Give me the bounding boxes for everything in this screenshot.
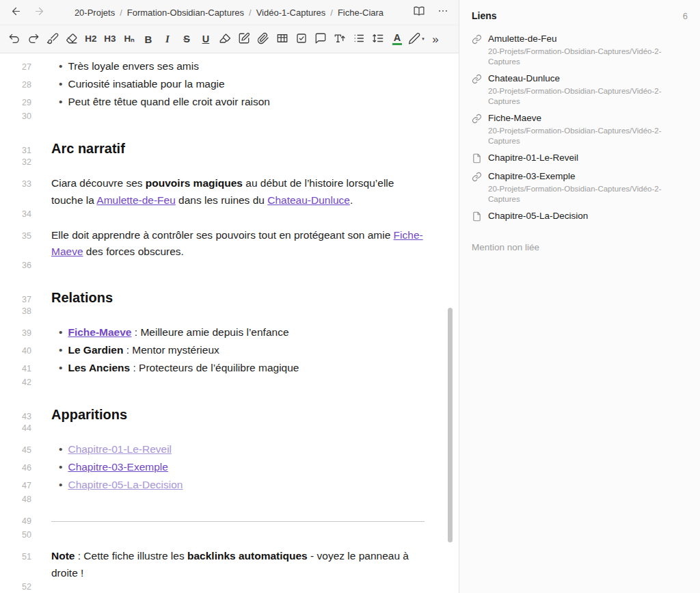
editor-scrollbar[interactable] xyxy=(448,308,453,542)
backlink-name: Chapitre-05-La-Decision xyxy=(488,211,688,222)
strikethrough-button[interactable]: S xyxy=(178,30,195,49)
line-content: •Les Anciens : Protecteurs de l’équilibr… xyxy=(51,360,459,377)
editor-line-43[interactable]: 43Apparitions xyxy=(0,395,459,423)
text-segment: Très loyale envers ses amis xyxy=(68,60,199,72)
heading-3-button[interactable]: H3 xyxy=(102,30,118,49)
table-button[interactable] xyxy=(274,30,291,49)
editor-line-31[interactable]: 31Arc narratif xyxy=(0,129,459,157)
redo-button[interactable] xyxy=(25,30,42,49)
line-number: 33 xyxy=(0,179,31,189)
backlink-path: 20-Projets/Formation-Obsidian-Captures/V… xyxy=(488,184,688,204)
arrow-left-icon xyxy=(10,5,22,20)
backlink-item[interactable]: Chapitre-03-Exemple20-Projets/Formation-… xyxy=(470,168,689,207)
breadcrumb-separator: / xyxy=(120,8,122,18)
editor-line-51[interactable]: 51Note : Cette fiche illustre les backli… xyxy=(0,548,459,582)
line-content: Ciara découvre ses pouvoirs magiques au … xyxy=(51,175,459,209)
more-tools-button[interactable]: » xyxy=(427,30,444,49)
clear-format-button[interactable] xyxy=(64,30,80,49)
checklist-button[interactable] xyxy=(293,30,310,49)
heading-n-button[interactable]: Hₙ xyxy=(121,30,137,49)
horizontal-rule xyxy=(51,521,425,522)
editor-line-28[interactable]: 28•Curiosité insatiable pour la magie xyxy=(0,76,459,94)
list-bullet: • xyxy=(59,461,62,473)
backlink-item[interactable]: Amulette-de-Feu20-Projets/Formation-Obsi… xyxy=(470,30,689,70)
breadcrumb-item[interactable]: 20-Projets xyxy=(75,8,115,18)
editor-line-39[interactable]: 39•Fiche-Maeve : Meilleure amie depuis l… xyxy=(0,324,459,342)
text-segment: Peut être têtue quand elle croit avoir r… xyxy=(68,96,270,107)
forward-button[interactable] xyxy=(31,5,46,20)
internal-link[interactable]: Fiche-Maeve xyxy=(68,326,131,338)
underline-button[interactable]: U xyxy=(198,30,214,49)
italic-button[interactable]: I xyxy=(159,30,176,49)
list-bullet: • xyxy=(59,479,62,490)
editor-line-45[interactable]: 45•Chapitre-01-Le-Reveil xyxy=(0,441,459,459)
backlink-item[interactable]: Fiche-Maeve20-Projets/Formation-Obsidian… xyxy=(470,109,689,149)
ink-pen-button[interactable]: ▾ xyxy=(408,30,425,49)
text-segment: : Protecteurs de l’équilibre magique xyxy=(130,362,299,373)
text-segment: Curiosité insatiable pour la magie xyxy=(68,78,224,90)
breadcrumb-item[interactable]: Formation-Obsidian-Captures xyxy=(127,8,244,18)
backlink-name: Fiche-Maeve xyxy=(488,113,688,124)
editor-line-50[interactable]: 50 xyxy=(0,530,459,548)
pen-icon xyxy=(408,32,420,47)
unlinked-mentions-header[interactable]: Mention non liée xyxy=(470,242,689,252)
editor-line-34[interactable]: 34 xyxy=(0,209,459,227)
editor-line-46[interactable]: 46•Chapitre-03-Exemple xyxy=(0,459,459,477)
editor-line-48[interactable]: 48 xyxy=(0,495,459,512)
editor-line-41[interactable]: 41•Les Anciens : Protecteurs de l’équili… xyxy=(0,360,459,378)
breadcrumb-item[interactable]: Fiche-Ciara xyxy=(338,8,383,18)
reading-view-button[interactable] xyxy=(412,5,427,20)
internal-link[interactable]: Chapitre-03-Exemple xyxy=(68,461,167,473)
comment-button[interactable] xyxy=(312,30,329,49)
line-number: 40 xyxy=(0,346,31,356)
line-content xyxy=(51,521,459,522)
check-square-icon xyxy=(295,32,308,47)
backlink-item[interactable]: Chapitre-01-Le-Reveil xyxy=(470,149,689,168)
internal-link[interactable]: Amulette-de-Feu xyxy=(96,194,175,206)
line-content: Apparitions xyxy=(51,406,459,423)
font-color-button[interactable]: A xyxy=(389,30,405,49)
backlinks-panel: Liens 6 Amulette-de-Feu20-Projets/Format… xyxy=(459,0,700,593)
back-button[interactable] xyxy=(8,5,23,20)
link-icon xyxy=(472,74,483,85)
backlink-item[interactable]: Chateau-Dunluce20-Projets/Formation-Obsi… xyxy=(470,70,689,109)
bold-button[interactable]: B xyxy=(140,30,157,49)
editor-line-32[interactable]: 32 xyxy=(0,157,459,175)
bullet-list-icon xyxy=(353,32,365,47)
editor-line-49[interactable]: 49 xyxy=(0,512,459,530)
editor-line-37[interactable]: 37Relations xyxy=(0,278,459,306)
internal-link[interactable]: Chateau-Dunluce xyxy=(267,194,350,206)
backlink-item[interactable]: Chapitre-05-La-Decision xyxy=(470,207,689,226)
editor-line-40[interactable]: 40•Le Gardien : Mentor mystérieux xyxy=(0,342,459,360)
heading-2-button[interactable]: H2 xyxy=(83,30,99,49)
editor-line-36[interactable]: 36 xyxy=(0,261,459,278)
undo-button[interactable] xyxy=(6,30,23,49)
line-spacing-button[interactable] xyxy=(370,30,386,49)
edit-note-button[interactable] xyxy=(236,30,252,49)
editor-line-47[interactable]: 47•Chapitre-05-La-Decision xyxy=(0,477,459,495)
editor-line-30[interactable]: 30 xyxy=(0,111,459,129)
font-color-button-label: A xyxy=(392,33,402,46)
format-brush-button[interactable] xyxy=(44,30,61,49)
bullet-list-button[interactable] xyxy=(351,30,367,49)
list-bullet: • xyxy=(59,443,62,455)
editor-line-44[interactable]: 44 xyxy=(0,423,459,441)
editor-line-33[interactable]: 33Ciara découvre ses pouvoirs magiques a… xyxy=(0,175,459,209)
editor-line-35[interactable]: 35Elle doit apprendre à contrôler ses po… xyxy=(0,227,459,261)
font-size-button[interactable] xyxy=(332,30,348,49)
editor-line-38[interactable]: 38 xyxy=(0,306,459,324)
line-number: 27 xyxy=(0,62,31,72)
editor-line-29[interactable]: 29•Peut être têtue quand elle croit avoi… xyxy=(0,94,459,111)
editor-line-52[interactable]: 52 xyxy=(0,582,459,593)
editor-line-42[interactable]: 42 xyxy=(0,378,459,395)
breadcrumb-item[interactable]: Vidéo-1-Captures xyxy=(256,8,326,18)
more-options-button[interactable] xyxy=(435,5,450,20)
attachment-button[interactable] xyxy=(255,30,271,49)
editor-line-27[interactable]: 27•Très loyale envers ses amis xyxy=(0,58,459,76)
highlight-button[interactable] xyxy=(217,30,233,49)
editor[interactable]: 27•Très loyale envers ses amis28•Curiosi… xyxy=(0,53,459,593)
internal-link[interactable]: Chapitre-01-Le-Reveil xyxy=(68,443,172,455)
internal-link[interactable]: Chapitre-05-La-Decision xyxy=(68,479,183,490)
line-number: 44 xyxy=(0,423,31,433)
line-number: 50 xyxy=(0,530,31,540)
